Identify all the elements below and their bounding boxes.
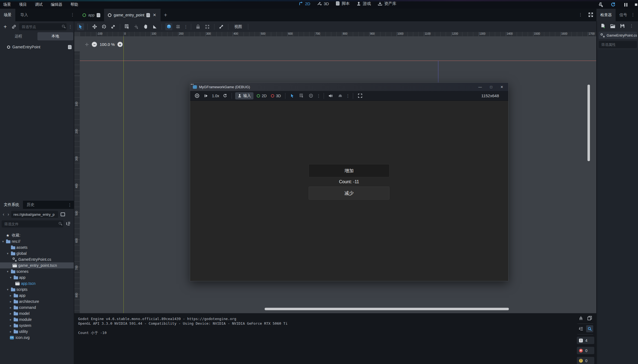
game-select-tool-button[interactable] — [289, 92, 296, 99]
mode-assetlib-button[interactable]: 资产库 — [378, 1, 396, 6]
list-select-button[interactable] — [123, 23, 131, 30]
warning-messages-badge[interactable]: !0 — [577, 357, 594, 364]
expand-arrow-icon[interactable]: ▸ — [9, 312, 12, 315]
grid-snap-button[interactable] — [175, 23, 182, 30]
fs-item-scripts[interactable]: ▾scripts — [0, 286, 74, 292]
collapse-arrow-icon[interactable]: ▾ — [1, 240, 5, 243]
expand-arrow-icon[interactable]: ▸ — [9, 324, 12, 327]
scene-tree-menu-icon[interactable]: ⋮ — [68, 24, 72, 29]
fs-item-utility[interactable]: ▸utility — [0, 329, 74, 335]
fs-item-module[interactable]: ▸module — [0, 316, 74, 322]
collapse-arrow-icon[interactable]: ▾ — [6, 252, 9, 255]
maximize-window-icon[interactable]: □ — [490, 85, 492, 89]
build-button[interactable] — [597, 1, 604, 8]
select-3d-node-button[interactable]: 3D — [270, 92, 282, 99]
fs-item-scenes-app[interactable]: ▾app — [0, 274, 74, 280]
dock-tab-signals[interactable]: 信号 — [616, 9, 631, 21]
embed-fullscreen-icon[interactable] — [356, 92, 364, 99]
alert-messages-badge[interactable]: !4 — [577, 337, 594, 344]
expand-arrow-icon[interactable]: ▸ — [9, 306, 12, 309]
snap-options-icon[interactable]: ⋮ — [184, 24, 188, 29]
decrease-button[interactable]: 减少 — [309, 187, 389, 200]
mute-audio-button[interactable] — [327, 92, 334, 99]
select-tool-button[interactable] — [77, 23, 84, 30]
expand-arrow-icon[interactable]: ▸ — [9, 318, 12, 321]
input-mode-button[interactable]: 输入 — [235, 92, 253, 99]
collapse-arrow-icon[interactable]: ▾ — [6, 270, 9, 273]
remote-tab[interactable]: 远程 — [1, 32, 36, 40]
error-messages-badge[interactable]: ✕0 — [577, 347, 594, 354]
zoom-out-button[interactable]: − — [92, 42, 97, 47]
fs-item-game-entry-point-tscn[interactable]: game_entry_point.tscn — [0, 262, 74, 268]
expand-arrow-icon[interactable]: ▸ — [9, 300, 12, 303]
stop-button[interactable] — [635, 1, 637, 8]
zoom-level-label[interactable]: 100.0 % — [100, 42, 115, 47]
expand-arrow-icon[interactable]: ▸ — [9, 330, 12, 333]
filter-nodes-input[interactable] — [19, 23, 67, 30]
restart-button[interactable] — [610, 1, 617, 8]
sort-files-icon[interactable] — [65, 220, 72, 227]
menu-editor[interactable]: 编辑器 — [50, 1, 63, 8]
fs-item-icon-svg[interactable]: icon.svg — [0, 335, 74, 341]
pivot-tool-button[interactable] — [133, 23, 140, 30]
nav-back-icon[interactable]: ‹ — [2, 212, 5, 217]
clear-output-icon[interactable] — [577, 315, 584, 322]
inspector-object-header[interactable]: GameEntryPoint.cs — [599, 32, 637, 39]
pan-tool-button[interactable] — [142, 23, 149, 30]
lock-selected-button[interactable] — [194, 23, 202, 30]
fs-item-command[interactable]: ▸command — [0, 304, 74, 310]
canvas-v-scrollbar[interactable] — [587, 85, 590, 161]
next-frame-button[interactable] — [203, 92, 210, 99]
skeleton-options-icon[interactable] — [218, 23, 225, 30]
fs-item-assets[interactable]: assets — [0, 244, 74, 250]
dock-tab-filesystem[interactable]: 文件系统 — [0, 201, 23, 209]
search-output-icon[interactable] — [586, 325, 593, 332]
local-tab[interactable]: 本地 — [37, 32, 73, 40]
zoom-in-button[interactable]: + — [117, 42, 123, 47]
collapse-arrow-icon[interactable]: ▾ — [9, 276, 12, 279]
fs-item-scripts-app[interactable]: ▸app — [0, 292, 74, 298]
scale-tool-button[interactable] — [110, 23, 117, 30]
canvas-h-scrollbar[interactable] — [265, 308, 509, 310]
load-resource-icon[interactable] — [610, 24, 615, 28]
save-resource-icon[interactable] — [620, 24, 625, 28]
fs-item-scenes[interactable]: ▾scenes — [0, 268, 74, 274]
dock-tab-history[interactable]: 历史 — [23, 201, 38, 209]
mode-3d-button[interactable]: 3D — [317, 1, 329, 6]
filter-files-input[interactable] — [2, 220, 63, 227]
resource-menu-icon[interactable]: ⋮ — [630, 23, 633, 28]
collapse-messages-icon[interactable] — [577, 325, 584, 332]
move-tool-button[interactable] — [91, 23, 98, 30]
split-view-icon[interactable] — [59, 211, 66, 218]
reset-speed-icon[interactable] — [221, 92, 228, 99]
new-resource-icon[interactable] — [601, 23, 605, 28]
game-viewport[interactable]: 增加 Count: -11 减少 — [190, 101, 508, 281]
new-scene-tab-button[interactable]: + — [161, 12, 170, 18]
scene-tab-app[interactable]: app — [79, 9, 104, 21]
game-list-select-button[interactable] — [298, 92, 305, 99]
debug-options-button[interactable] — [336, 92, 344, 99]
copy-output-icon[interactable] — [586, 315, 593, 322]
fs-item-global[interactable]: ▾global — [0, 250, 74, 256]
mode-script-button[interactable]: 脚本 — [336, 1, 350, 6]
fs-favorites[interactable]: ★收藏: — [0, 232, 74, 238]
smart-snap-button[interactable] — [165, 23, 172, 30]
menu-scene[interactable]: 场景 — [2, 1, 12, 8]
fs-item-architecture[interactable]: ▸architecture — [0, 298, 74, 304]
fs-item-app-tscn[interactable]: app.tscn — [0, 280, 74, 286]
scene-tree-root-node[interactable]: GameEntryPoint — [0, 44, 74, 50]
group-selected-button[interactable] — [204, 23, 211, 30]
game-menu-icon[interactable]: ⋮ — [346, 93, 350, 98]
mode-game-button[interactable]: 游戏 — [357, 1, 371, 6]
attached-script-icon[interactable] — [68, 45, 72, 49]
close-tab-icon[interactable]: ✕ — [152, 13, 157, 17]
collapse-arrow-icon[interactable]: ▾ — [6, 288, 9, 291]
game-speed-label[interactable]: 1.0x — [212, 94, 219, 98]
instance-scene-icon[interactable] — [10, 23, 17, 30]
scene-tab-game-entry-point[interactable]: game_entry_point ✕ — [104, 9, 161, 21]
dock-tab-import[interactable]: 导入 — [16, 9, 32, 21]
close-window-icon[interactable]: ✕ — [500, 85, 503, 89]
center-view-icon[interactable] — [85, 42, 89, 47]
game-window-titlebar[interactable]: MyGFrameworkGame (DEBUG) — □ ✕ — [190, 83, 508, 91]
menu-debug[interactable]: 调试 — [34, 1, 44, 8]
